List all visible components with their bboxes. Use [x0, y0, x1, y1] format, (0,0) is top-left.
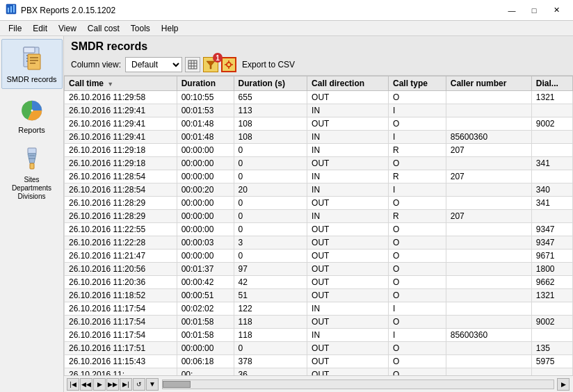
table-cell: O [388, 91, 446, 104]
table-cell: OUT [307, 197, 389, 210]
table-row[interactable]: 26.10.2016 11:20:3600:00:4242OUTO9662 [65, 276, 573, 289]
table-cell: 1321 [531, 289, 572, 302]
table-cell: OUT [307, 250, 389, 263]
table-row[interactable]: 26.10.2016 11:29:4100:01:48108OUTO9002 [65, 117, 573, 131]
scroll-right-button[interactable]: ▶ [557, 378, 570, 391]
nav-filter-button[interactable]: ▼ [146, 378, 159, 391]
table-row[interactable]: 26.10.2016 11:...00:...36...OUTO [65, 368, 573, 376]
table-row[interactable]: 26.10.2016 11:15:4300:06:18378OUTO5975 [65, 355, 573, 368]
table-cell: 9662 [531, 276, 572, 289]
table-row[interactable]: 26.10.2016 11:20:5600:01:3797OUTO1800 [65, 263, 573, 276]
table-cell [531, 302, 572, 316]
nav-play-button[interactable]: ▶ [93, 378, 106, 391]
sidebar-reports-label: Reports [18, 126, 45, 135]
table-cell: IN [307, 170, 389, 183]
col-duration[interactable]: Duration [177, 76, 234, 91]
col-call-type[interactable]: Call type [388, 76, 446, 91]
close-button[interactable]: ✕ [545, 1, 567, 20]
nav-last-button[interactable]: ▶| [120, 378, 132, 391]
table-cell [531, 131, 572, 144]
table-cell: 00:00:00 [177, 157, 234, 170]
nav-prev-page-button[interactable]: ◀◀ [80, 378, 92, 391]
table-cell: 26.10.2016 11:22:55 [65, 223, 177, 236]
col-call-time[interactable]: Call time ▼ [65, 76, 177, 91]
table-cell: O [388, 276, 446, 289]
menu-callcost[interactable]: Call cost [82, 22, 125, 35]
table-row[interactable]: 26.10.2016 11:22:2800:00:033OUTO9347 [65, 236, 573, 250]
page-title: SMDR records [71, 40, 566, 53]
horizontal-scrollbar[interactable] [162, 379, 554, 389]
nav-next-page-button[interactable]: ▶▶ [106, 378, 119, 391]
table-cell: 122 [234, 302, 307, 316]
table-cell: 118 [234, 329, 307, 342]
table-cell: 9002 [531, 117, 572, 131]
menu-view[interactable]: View [53, 22, 82, 35]
col-dialed[interactable]: Dial... [531, 76, 572, 91]
sidebar-sites-label: SitesDepartmentsDivisions [12, 176, 51, 201]
svg-point-14 [31, 110, 33, 112]
col-caller-number[interactable]: Caller number [446, 76, 531, 91]
table-container[interactable]: Call time ▼ Duration Duration (s) Call d… [64, 76, 573, 375]
table-cell: 655 [234, 91, 307, 104]
table-row[interactable]: 26.10.2016 11:29:4100:01:53113INI [65, 104, 573, 117]
app-title: PBX Reports 2.0.15.1202 [21, 6, 115, 15]
table-row[interactable]: 26.10.2016 11:29:1800:00:000OUTO341 [65, 157, 573, 170]
column-view-select[interactable]: Default Custom 1 Custom 2 [125, 57, 182, 72]
bottom-bar: |◀ ◀◀ ▶ ▶▶ ▶| ↺ ▼ ▶ [64, 375, 573, 392]
table-cell [446, 117, 531, 131]
table-row[interactable]: 26.10.2016 11:22:5500:00:000OUTO9347 [65, 223, 573, 236]
sidebar-item-smdr-records[interactable]: SMDR records [1, 39, 63, 89]
table-row[interactable]: 26.10.2016 11:29:5800:10:55655OUTO1321 [65, 91, 573, 104]
svg-rect-17 [30, 163, 34, 169]
table-cell: 113 [234, 104, 307, 117]
table-cell: 341 [531, 197, 572, 210]
table-row[interactable]: 26.10.2016 11:21:4700:00:000OUTO9671 [65, 250, 573, 263]
menu-help[interactable]: Help [156, 22, 184, 35]
table-cell: 207 [446, 144, 531, 157]
table-cell [446, 197, 531, 210]
table-row[interactable]: 26.10.2016 11:17:5400:01:58118INI8560036… [65, 329, 573, 342]
nav-refresh-button[interactable]: ↺ [133, 378, 145, 391]
maximize-button[interactable]: □ [523, 1, 545, 20]
export-csv-button[interactable]: Export to CSV [239, 59, 298, 70]
sidebar-item-reports[interactable]: Reports [1, 90, 63, 139]
sort-arrow-call-time: ▼ [107, 81, 113, 88]
table-row[interactable]: 26.10.2016 11:29:1800:00:000INR207 [65, 144, 573, 157]
table-row[interactable]: 26.10.2016 11:28:2900:00:000INR207 [65, 210, 573, 223]
col-call-direction[interactable]: Call direction [307, 76, 389, 91]
table-row[interactable]: 26.10.2016 11:17:5400:02:02122INI [65, 302, 573, 316]
menu-edit[interactable]: Edit [27, 22, 53, 35]
table-cell: OUT [307, 368, 389, 376]
table-layout-button[interactable] [185, 57, 200, 72]
filter-button-wrapper: 1 [203, 57, 218, 72]
table-row[interactable]: 26.10.2016 11:28:5400:00:000INR207 [65, 170, 573, 183]
table-cell: 00:00:00 [177, 250, 234, 263]
filter-badge: 1 [213, 53, 223, 63]
table-row[interactable]: 26.10.2016 11:17:5400:01:58118OUTO9002 [65, 316, 573, 329]
table-row[interactable]: 26.10.2016 11:17:5100:00:000OUTO135 [65, 342, 573, 355]
table-cell: IN [307, 302, 389, 316]
menu-tools[interactable]: Tools [125, 22, 156, 35]
settings-button[interactable] [221, 57, 236, 72]
nav-first-button[interactable]: |◀ [67, 378, 79, 391]
svg-rect-20 [188, 60, 197, 69]
table-cell [446, 91, 531, 104]
table-row[interactable]: 26.10.2016 11:28:2900:00:000OUTO341 [65, 197, 573, 210]
table-row[interactable]: 26.10.2016 11:18:5200:00:5151OUTO1321 [65, 289, 573, 302]
table-cell: 26.10.2016 11:28:54 [65, 170, 177, 183]
table-cell: 26.10.2016 11:20:56 [65, 263, 177, 276]
menu-file[interactable]: File [3, 22, 27, 35]
table-cell: OUT [307, 342, 389, 355]
minimize-button[interactable]: — [501, 1, 523, 20]
table-cell: 26.10.2016 11:20:36 [65, 276, 177, 289]
sidebar-item-sites[interactable]: SitesDepartmentsDivisions [1, 140, 63, 205]
table-cell [446, 183, 531, 197]
sidebar-smdr-label: SMDR records [6, 75, 56, 84]
main-layout: SMDR records Reports [0, 36, 573, 392]
table-cell: 26.10.2016 11:28:29 [65, 210, 177, 223]
table-cell: 207 [446, 170, 531, 183]
table-row[interactable]: 26.10.2016 11:29:4100:01:48108INI8560036… [65, 131, 573, 144]
table-cell: 9347 [531, 236, 572, 250]
col-duration-s[interactable]: Duration (s) [234, 76, 307, 91]
table-row[interactable]: 26.10.2016 11:28:5400:00:2020INI340 [65, 183, 573, 197]
